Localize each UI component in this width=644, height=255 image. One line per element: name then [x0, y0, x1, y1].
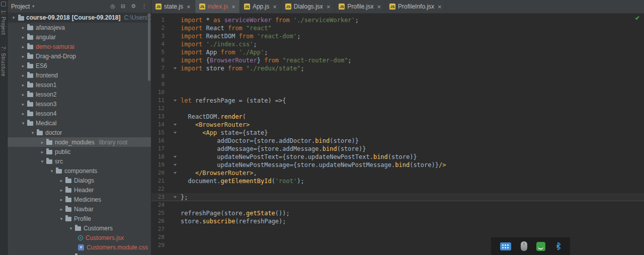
- project-scrollbar-thumb[interactable]: [148, 13, 150, 81]
- chevron-collapsed-icon[interactable]: ▸: [59, 188, 64, 193]
- tree-item-Header[interactable]: ▸Header: [8, 185, 151, 195]
- chevron-collapsed-icon[interactable]: ▸: [59, 178, 64, 183]
- chevron-expanded-icon[interactable]: ▾: [11, 15, 16, 20]
- tree-item-Medicines[interactable]: ▸Medicines: [8, 195, 151, 204]
- folder-icon: [46, 150, 52, 154]
- tab-Dialogs.jsx[interactable]: JSDialogs.jsx×: [281, 0, 335, 13]
- project-view-selector[interactable]: Project: [11, 3, 30, 10]
- tab-App.js[interactable]: JSApp.js×: [240, 0, 281, 13]
- chevron-expanded-icon[interactable]: ▾: [59, 216, 64, 221]
- close-tab-icon[interactable]: ×: [231, 4, 235, 10]
- chevron-expanded-icon[interactable]: ▾: [21, 121, 26, 126]
- tree-item-Drag-and-Drop[interactable]: ▸Drag-and-Drop: [8, 51, 151, 61]
- tree-item-lesson3[interactable]: ▸lesson3: [8, 99, 151, 109]
- tool-button-project[interactable]: 1: Project: [1, 10, 7, 35]
- tree-item-node_modules[interactable]: ▸node_moduleslibrary root: [8, 137, 151, 147]
- chevron-collapsed-icon[interactable]: ▸: [21, 82, 26, 88]
- chevron-collapsed-icon[interactable]: ▸: [21, 92, 26, 97]
- tree-item-Navbar[interactable]: ▸Navbar: [8, 204, 151, 214]
- code-text: import store from "./redux/state";: [180, 64, 644, 72]
- tree-item-Dialogs[interactable]: ▸Dialogs: [8, 176, 151, 185]
- tree-item-src[interactable]: ▾src: [8, 156, 151, 166]
- chevron-collapsed-icon[interactable]: ▸: [21, 73, 26, 78]
- tree-item-doctor[interactable]: ▾doctor: [8, 128, 151, 137]
- code-text: <BrowserRouter>: [180, 121, 644, 129]
- tab-Profile.jsx[interactable]: JSProfile.jsx×: [335, 0, 385, 13]
- tree-item-frontend[interactable]: ▸frontend: [8, 70, 151, 80]
- tree-item-lesson1[interactable]: ▸lesson1: [8, 80, 151, 90]
- chevron-collapsed-icon[interactable]: ▸: [59, 207, 64, 212]
- bluetooth-icon[interactable]: [555, 242, 561, 250]
- folder-icon: [18, 16, 24, 21]
- tree-item-Customers[interactable]: ▾Customers: [8, 223, 151, 233]
- line-number: 5: [151, 48, 165, 56]
- chevron-expanded-icon[interactable]: ▾: [30, 130, 35, 135]
- tab-index.js[interactable]: JSindex.js×: [195, 0, 240, 13]
- tree-item-public[interactable]: ▸public: [8, 147, 151, 156]
- tree-item-components[interactable]: ▾components: [8, 166, 151, 176]
- fold-gutter[interactable]: [165, 156, 180, 158]
- tree-item-Profile[interactable]: ▾Profile: [8, 214, 151, 223]
- code-line: 1import * as serviceWorker from './servi…: [151, 16, 644, 24]
- code-line: 15 <App state={state}: [151, 129, 644, 137]
- chevron-collapsed-icon[interactable]: ▸: [21, 44, 26, 49]
- tree-item-angular[interactable]: ▸angular: [8, 32, 151, 42]
- close-tab-icon[interactable]: ×: [187, 4, 191, 10]
- fold-gutter[interactable]: [165, 164, 180, 166]
- chevron-down-icon[interactable]: ▾: [32, 4, 34, 9]
- tree-item-Customers.module.css[interactable]: #Customers.module.css: [8, 242, 151, 252]
- fold-gutter[interactable]: [165, 100, 180, 102]
- locate-file-icon[interactable]: ◎: [110, 3, 115, 10]
- chevron-collapsed-icon[interactable]: ▸: [40, 149, 45, 154]
- tree-item-label: doctor: [45, 129, 62, 136]
- tree-item-ES6[interactable]: ▸ES6: [8, 61, 151, 70]
- fold-gutter[interactable]: [165, 67, 180, 69]
- tab-state.js[interactable]: JSstate.js×: [151, 0, 195, 13]
- code-text: </BrowserRouter>,: [180, 169, 644, 177]
- code-token: "./redux/state": [246, 65, 300, 72]
- chevron-collapsed-icon[interactable]: ▸: [21, 35, 26, 40]
- chevron-collapsed-icon[interactable]: ▸: [40, 140, 45, 145]
- chevron-expanded-icon[interactable]: ▾: [49, 168, 54, 174]
- collapse-all-icon[interactable]: ⊟: [121, 3, 125, 10]
- close-tab-icon[interactable]: ×: [438, 4, 442, 10]
- tool-button-structure[interactable]: 7: Structure: [1, 46, 7, 76]
- line-number: 23: [151, 193, 165, 201]
- chevron-collapsed-icon[interactable]: ▸: [21, 25, 26, 30]
- tree-item-Customers.jsx[interactable]: Customers.jsx: [8, 233, 151, 242]
- project-root-path: C:\Users\Dima\: [124, 14, 151, 21]
- green-app-icon[interactable]: [536, 242, 545, 251]
- tree-item-clipped[interactable]: ▸: [8, 252, 151, 255]
- fold-gutter[interactable]: [165, 132, 180, 134]
- close-tab-icon[interactable]: ×: [327, 4, 331, 10]
- fold-gutter[interactable]: [165, 124, 180, 126]
- chevron-collapsed-icon[interactable]: ▸: [21, 111, 26, 116]
- folder-icon: [46, 140, 52, 145]
- folder-icon: [65, 198, 71, 202]
- code-token: };: [181, 194, 188, 201]
- tab-ProfileInfo.jsx[interactable]: JSProfileInfo.jsx×: [385, 0, 446, 13]
- tree-item-afanasjeva[interactable]: ▸afanasjeva: [8, 23, 151, 32]
- chevron-collapsed-icon[interactable]: ▸: [21, 54, 26, 59]
- fold-gutter[interactable]: [165, 196, 180, 198]
- tree-item-demo-samurai[interactable]: ▸demo-samurai: [8, 42, 151, 51]
- keyboard-icon[interactable]: [500, 242, 511, 250]
- close-tab-icon[interactable]: ×: [377, 4, 381, 10]
- settings-gear-icon[interactable]: ⚙: [131, 3, 136, 10]
- more-options-icon[interactable]: ⋮: [141, 3, 147, 10]
- tree-item-lesson2[interactable]: ▸lesson2: [8, 90, 151, 99]
- fold-gutter[interactable]: [165, 172, 180, 174]
- chevron-expanded-icon[interactable]: ▾: [68, 226, 73, 231]
- chevron-collapsed-icon[interactable]: ▸: [21, 102, 26, 107]
- inspections-ok-icon[interactable]: ✔: [635, 15, 640, 21]
- tree-item-lesson4[interactable]: ▸lesson4: [8, 109, 151, 118]
- code-line: 14 <BrowserRouter>: [151, 121, 644, 129]
- chevron-expanded-icon[interactable]: ▾: [40, 159, 45, 164]
- mouse-icon[interactable]: [521, 241, 527, 251]
- chevron-collapsed-icon[interactable]: ▸: [21, 63, 26, 68]
- close-tab-icon[interactable]: ×: [273, 4, 277, 10]
- project-root-item[interactable]: ▾ course-09.2018 [Course-09.2018] C:\Use…: [8, 13, 151, 23]
- chevron-collapsed-icon[interactable]: ▸: [59, 197, 64, 202]
- tree-item-Medical[interactable]: ▾Medical: [8, 118, 151, 128]
- code-editor[interactable]: 1import * as serviceWorker from './servi…: [151, 14, 644, 255]
